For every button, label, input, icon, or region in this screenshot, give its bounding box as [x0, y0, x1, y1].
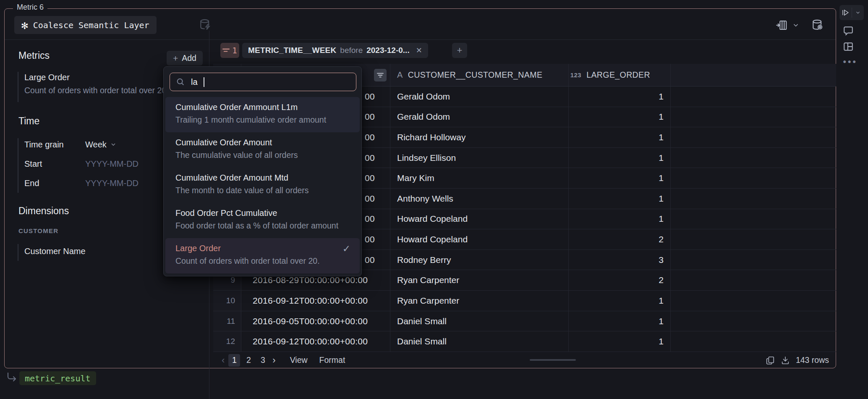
row-count: 143 rows [796, 355, 829, 365]
prev-page-button[interactable]: ‹ [219, 355, 227, 366]
horizontal-scrollbar[interactable] [530, 359, 576, 361]
page-list: 123 [227, 354, 270, 367]
value-cell: 1 [569, 168, 671, 188]
value-cell: 1 [569, 311, 671, 331]
semantic-layer-source-chip[interactable]: ✻ Coalesce Semantic Layer [14, 16, 157, 34]
name-cell: Gerald Odom [390, 107, 569, 127]
occluded-date-fragment: 00 [365, 194, 375, 204]
next-page-button[interactable]: › [270, 355, 278, 366]
send-to-table-icon[interactable] [775, 19, 788, 32]
name-cell: Gerald Odom [390, 87, 569, 107]
selected-dimension-item[interactable]: Customer Name [18, 244, 86, 261]
metric-option[interactable]: Cumulative Order Ammount L1mTrailing 1 m… [165, 97, 360, 132]
value-cell: 1 [569, 87, 671, 107]
time-cell: 2016-09-05T00:00:00+00:00 [241, 311, 390, 331]
result-variable-chip[interactable]: metric_result [19, 371, 96, 385]
layout-columns-icon[interactable] [843, 41, 854, 52]
add-metric-button[interactable]: + Add [167, 51, 203, 66]
search-icon [176, 77, 185, 87]
name-cell: Ryan Carpenter [390, 270, 569, 290]
empty-column-header [671, 64, 836, 86]
name-column-header[interactable]: A CUSTOMER__CUSTOMER_NAME [390, 64, 569, 86]
name-cell: Anthony Wells [390, 189, 569, 209]
name-cell: Ryan Carpenter [390, 291, 569, 311]
metric-option-description: The cumulative value of all orders [175, 150, 351, 160]
dimension-name: Customer Name [24, 247, 86, 256]
value-cell: 3 [569, 250, 671, 270]
metric-search-input[interactable]: la [170, 73, 356, 91]
metric-option-title: Cumulative Order Amount Mtd [175, 173, 351, 183]
chevron-down-icon[interactable] [792, 21, 800, 29]
metric-option[interactable]: Food Order Pct CumulativeFood order tota… [165, 203, 360, 238]
database-bolt-icon[interactable] [199, 18, 212, 32]
copy-table-icon[interactable] [766, 355, 775, 365]
empty-cell [671, 148, 836, 168]
empty-cell [671, 107, 836, 127]
value-cell: 1 [569, 209, 671, 229]
value-cell: 1 [569, 189, 671, 209]
table-row[interactable]: 122016-09-12T00:00:00+00:00Daniel Small1 [213, 331, 836, 352]
filter-icon [222, 47, 230, 54]
occluded-date-fragment: 00 [365, 214, 375, 224]
table-row[interactable]: 102016-09-12T00:00:00+00:00Ryan Carpente… [213, 291, 836, 311]
chevron-down-icon [855, 10, 861, 16]
value-cell: 1 [569, 148, 671, 168]
occluded-date-fragment: 00 [365, 92, 375, 102]
name-cell: Daniel Small [390, 311, 569, 331]
filter-count-badge[interactable]: 1 [220, 43, 239, 58]
metric-option-description: Trailing 1 month cumulative order amount [175, 115, 351, 125]
metric-option[interactable]: Large OrderCount of orders with order to… [165, 238, 360, 273]
dimensions-heading: Dimensions [18, 205, 69, 217]
database-preview-icon[interactable] [811, 19, 824, 32]
name-cell: Rodney Berry [390, 250, 569, 270]
add-filter-button[interactable]: + [452, 43, 467, 58]
row-number-cell: 12 [213, 331, 241, 352]
more-options-icon[interactable]: ●●● [843, 58, 857, 65]
filter-chip[interactable]: METRIC_TIME__WEEK before 2023-12-0... ✕ [242, 43, 428, 58]
metric-option-title: Cumulative Order Ammount L1m [175, 102, 351, 112]
run-cell-button[interactable] [839, 5, 852, 20]
time-cell: 2016-09-12T00:00:00+00:00 [241, 291, 390, 311]
metric-option-description: The month to date value of all orders [175, 186, 351, 195]
metric-option[interactable]: Cumulative Order Amount MtdThe month to … [165, 168, 360, 203]
time-grain-select[interactable]: Week [85, 140, 117, 150]
page-button-2[interactable]: 2 [243, 354, 254, 367]
coalesce-logo-icon: ✻ [21, 20, 28, 31]
occluded-date-fragment: 00 [365, 153, 375, 163]
view-tab[interactable]: View [290, 355, 308, 365]
end-date-input[interactable]: YYYY-MM-DD [85, 178, 139, 188]
occluded-date-fragment: 00 [365, 173, 375, 183]
page-button-1[interactable]: 1 [228, 354, 240, 367]
occluded-date-fragment: 00 [365, 234, 375, 244]
time-heading: Time [18, 116, 39, 127]
dimension-group-label: CUSTOMER [18, 227, 58, 234]
run-options-chevron[interactable] [852, 5, 864, 20]
empty-cell [671, 209, 836, 229]
occluded-date-fragment: 00 [365, 255, 375, 265]
metrics-heading: Metrics [18, 50, 50, 61]
download-icon[interactable] [781, 355, 790, 365]
column-filter-button[interactable] [374, 69, 387, 81]
time-settings-group: Time grain Week Start YYYY-MM-DD End YYY… [18, 138, 139, 193]
name-cell: Howard Copeland [390, 229, 569, 249]
metric-option-title: Cumulative Order Amount [175, 138, 351, 147]
metric-name: Large Order [24, 73, 169, 82]
value-cell: 1 [569, 127, 671, 147]
page-button-3[interactable]: 3 [257, 354, 269, 367]
format-tab[interactable]: Format [319, 355, 345, 365]
empty-cell [671, 87, 836, 107]
remove-filter-icon[interactable]: ✕ [416, 46, 422, 55]
comment-icon[interactable] [843, 25, 854, 36]
empty-cell [671, 270, 836, 290]
metric-option-list: Cumulative Order Ammount L1mTrailing 1 m… [165, 97, 360, 273]
empty-cell [671, 311, 836, 331]
start-date-input[interactable]: YYYY-MM-DD [85, 159, 139, 169]
metric-option[interactable]: Cumulative Order AmountThe cumulative va… [165, 132, 360, 168]
time-cell: 2016-09-12T00:00:00+00:00 [241, 331, 390, 352]
selected-metric-item[interactable]: Large Order Count of orders with order t… [18, 72, 169, 102]
source-chip-label: Coalesce Semantic Layer [33, 20, 149, 30]
empty-cell [671, 127, 836, 147]
table-row[interactable]: 112016-09-05T00:00:00+00:00Daniel Small1 [213, 311, 836, 332]
value-column-header[interactable]: 123 LARGE_ORDER [569, 64, 671, 86]
run-cell-button-group [839, 5, 864, 20]
